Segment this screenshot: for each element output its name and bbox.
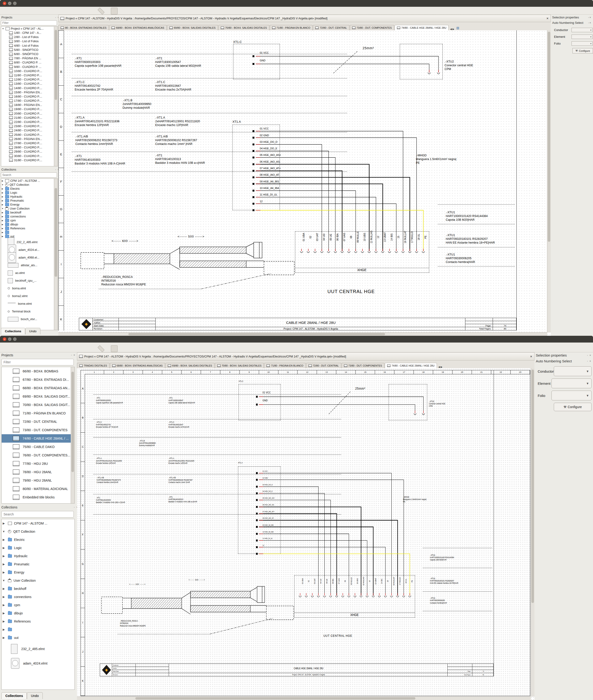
- open-project-icon[interactable]: [10, 8, 16, 14]
- configure-button[interactable]: ⚒Configure: [572, 48, 593, 53]
- expander-icon[interactable]: ▶: [2, 612, 6, 615]
- expander-icon[interactable]: ▶: [2, 538, 6, 541]
- element-row[interactable]: borna.elmt: [1, 284, 57, 292]
- menu-item[interactable]: [30, 338, 34, 340]
- folio-row[interactable]: 26/80 - PÁGINA EN...: [1, 137, 57, 141]
- folio-row[interactable]: 76/80 - DUT. COMPONENTES...: [2, 451, 74, 459]
- project-root-row[interactable]: ▼ Project « CPM 147 - AL...: [1, 27, 57, 31]
- canvas-vscrollbar[interactable]: [531, 368, 535, 697]
- new-project-icon[interactable]: [2, 345, 9, 352]
- menu-item[interactable]: [30, 3, 34, 4]
- folio-row[interactable]: 8/80 - CUADRO P. ...: [1, 60, 57, 65]
- expander-icon[interactable]: ▶: [1, 180, 4, 182]
- menu-item[interactable]: [51, 3, 55, 4]
- expander-icon[interactable]: ▶: [1, 231, 4, 234]
- zoom-area-icon[interactable]: [126, 345, 132, 352]
- collection-row[interactable]: ▶ Pneumatic: [1, 199, 57, 203]
- folio-tab[interactable]: 71/80 - PÁGINA EN BLANCO: [270, 25, 313, 30]
- folio-row[interactable]: 3/80 - List of Folios: [1, 39, 57, 43]
- maximize-window-button[interactable]: ▢: [13, 2, 16, 5]
- expander-icon[interactable]: ▶: [2, 636, 6, 639]
- collection-row[interactable]: ▶ beckhoff: [2, 584, 74, 593]
- fill-icon[interactable]: [118, 8, 125, 14]
- element-row[interactable]: ao.elmt: [1, 269, 57, 277]
- menu-item[interactable]: [35, 3, 39, 4]
- terminal-strip-icon[interactable]: [163, 8, 170, 14]
- add-folio-icon[interactable]: [148, 8, 155, 14]
- collection-row[interactable]: ▶ CPM 147 - ALSTOM ...: [2, 519, 74, 527]
- folio-tab[interactable]: 72/80 - DUT. CENTRAL: [306, 363, 341, 368]
- folio-row[interactable]: 18/80 - PÁGINA EN...: [1, 103, 57, 107]
- projects-filter-input[interactable]: [1, 359, 74, 365]
- dock-buttons[interactable]: ▫✕: [588, 16, 592, 19]
- projects-scrollbar[interactable]: [71, 367, 74, 503]
- zoom-icon[interactable]: [141, 345, 148, 352]
- redo-icon[interactable]: [54, 8, 62, 14]
- folio-tab[interactable]: 71/80 - PÁGINA EN BLANCO: [264, 363, 306, 368]
- collection-row[interactable]: ▶ Hydraulic: [2, 552, 74, 560]
- grid-icon[interactable]: [111, 8, 118, 14]
- expander-icon[interactable]: ▼: [1, 207, 4, 210]
- folio-row[interactable]: 69/80 - BOX4. SALIDAS DIGIT...: [2, 392, 74, 401]
- menu-item[interactable]: [20, 338, 24, 340]
- folio-combobox[interactable]: ▼: [551, 390, 592, 400]
- text-icon[interactable]: [170, 8, 177, 14]
- folio-row[interactable]: 77/80 - HGU 28U: [2, 459, 74, 468]
- folio-row[interactable]: 16/80 - CUADRO P....: [1, 94, 57, 99]
- zoom-icon[interactable]: [141, 8, 148, 14]
- folio-row[interactable]: 73/80 - DUT. COMPONENTES: [2, 426, 74, 434]
- folio-row[interactable]: 5/80 - SINOPTICO: [1, 48, 57, 52]
- canvas-vscrollbar[interactable]: [547, 30, 551, 332]
- close-project-icon[interactable]: [32, 345, 39, 352]
- terminal-strip-icon[interactable]: [163, 345, 170, 352]
- zoom-fit-icon[interactable]: [133, 8, 140, 14]
- collections-scrollbar[interactable]: [54, 179, 57, 330]
- folio-row[interactable]: 1/80 - CPM 147 - A...: [1, 31, 57, 35]
- project-window-header[interactable]: Project « CPM 147 - ALSTOM - HydraDIS V …: [77, 352, 535, 361]
- add-folio-icon[interactable]: ▤: [455, 25, 461, 30]
- folio-tab[interactable]: 68/80 - BOX4. ENTRADAS ANALÓGICAS: [109, 25, 167, 30]
- expander-icon[interactable]: ▼: [1, 183, 4, 186]
- collection-row[interactable]: ▶ connections: [1, 214, 57, 218]
- tab-collections[interactable]: Collections: [1, 692, 27, 699]
- save-as-icon[interactable]: [25, 8, 32, 14]
- folio-row[interactable]: 2/80 - List of Folios: [1, 35, 57, 39]
- menu-item[interactable]: [45, 3, 50, 4]
- folio-row[interactable]: 31/80 - CUADRO P....: [1, 158, 57, 162]
- menu-item[interactable]: [40, 338, 45, 340]
- rotate-icon[interactable]: [92, 345, 99, 352]
- expander-icon[interactable]: ▶: [1, 200, 4, 202]
- element-row[interactable]: adam_4068.el...: [1, 254, 57, 261]
- element-combobox[interactable]: ▾: [571, 35, 593, 39]
- folio-row[interactable]: Embedded title blocks: [2, 493, 74, 501]
- schematic-canvas[interactable]: ABCDEFGHIJK .-XT: [58, 30, 551, 336]
- collection-row[interactable]: ▼ User Collection: [2, 576, 74, 584]
- menu-item[interactable]: [40, 3, 45, 4]
- conductor-combobox[interactable]: ▼: [554, 366, 592, 376]
- element-row[interactable]: borne.elmt: [1, 300, 57, 307]
- expander-icon[interactable]: ▼: [2, 530, 6, 533]
- menu-item[interactable]: [35, 338, 39, 340]
- collection-row[interactable]: ▶ dibujo: [1, 222, 57, 227]
- expander-icon[interactable]: ▶: [1, 192, 4, 194]
- expander-icon[interactable]: ▶: [2, 604, 6, 607]
- folio-row[interactable]: 17/80 - CUADRO P....: [1, 99, 57, 103]
- folio-row[interactable]: 70/80 - BOX4. SALIDAS DIGIT...: [2, 401, 74, 409]
- copy-icon[interactable]: [70, 345, 76, 352]
- menu-item[interactable]: [25, 338, 29, 340]
- folio-row[interactable]: 6/80 - SINÓPTICO: [1, 52, 57, 56]
- expander-icon[interactable]: ▼: [2, 28, 4, 30]
- pan-icon[interactable]: [104, 345, 110, 352]
- dock-buttons[interactable]: ▫ ✕: [587, 360, 592, 362]
- folio-row[interactable]: 20/80 - CUADRO P....: [1, 112, 57, 116]
- image-icon[interactable]: [178, 345, 185, 352]
- save-icon[interactable]: [17, 345, 24, 352]
- collection-row[interactable]: ▶: [2, 625, 74, 633]
- expander-icon[interactable]: ▶: [2, 628, 6, 631]
- undo-icon[interactable]: [47, 8, 54, 14]
- tab-scroll-arrows[interactable]: ◀ ▶: [437, 366, 443, 368]
- collections-search-input[interactable]: [1, 172, 57, 177]
- folio-row[interactable]: 74/80 - CABLE HGE 28ANL / ...: [2, 434, 74, 443]
- menu-item[interactable]: [51, 338, 55, 340]
- folio-row[interactable]: 21/80 - CUADRO P....: [1, 116, 57, 120]
